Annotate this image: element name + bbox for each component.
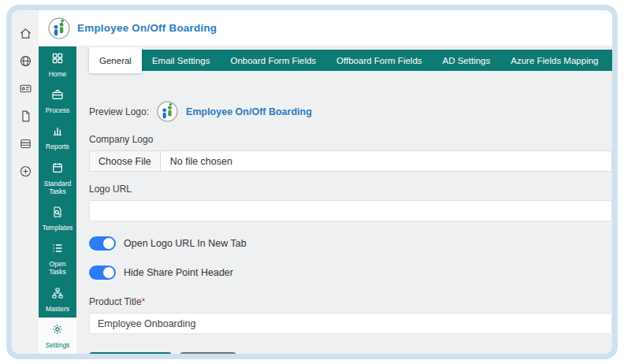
app-logo-icon bbox=[48, 17, 70, 39]
sidebar-item-templates[interactable]: Templates bbox=[39, 200, 76, 236]
settings-tabbar: General Email Settings Onboard Form Fiel… bbox=[89, 50, 612, 71]
logo-url-input[interactable] bbox=[89, 200, 612, 221]
sidebar-item-settings[interactable]: Settings bbox=[39, 318, 76, 354]
sidebar-item-label: Reports bbox=[46, 143, 69, 150]
logo-url-label: Logo URL bbox=[89, 184, 612, 195]
app-title: Employee On/Off Boarding bbox=[77, 22, 217, 34]
preview-logo-title: Employee On/Off Boarding bbox=[186, 106, 312, 117]
toggle-knob bbox=[103, 238, 114, 249]
task-list-icon bbox=[51, 242, 64, 260]
app-header: Employee On/Off Boarding bbox=[39, 10, 612, 46]
tab-offboard-form-fields[interactable]: Offboard Form Fields bbox=[326, 50, 432, 71]
sidebar-item-open-tasks[interactable]: Open Tasks bbox=[39, 236, 76, 280]
sidebar-item-standard-tasks[interactable]: Standard Tasks bbox=[39, 156, 76, 200]
restore-button[interactable]: Restore bbox=[180, 352, 236, 359]
app-frame: Employee On/Off Boarding Home Process Re… bbox=[6, 5, 618, 359]
globe-icon[interactable] bbox=[12, 47, 39, 75]
sidebar-item-label: Masters bbox=[46, 305, 69, 313]
company-logo-file-input[interactable]: Choose File No file chosen bbox=[89, 150, 612, 172]
product-title-label: Product Title* bbox=[89, 296, 612, 307]
product-title-input[interactable] bbox=[89, 313, 612, 334]
sidebar-item-label: Open Tasks bbox=[40, 260, 75, 276]
sidebar-item-label: Process bbox=[46, 106, 70, 114]
toggle-knob bbox=[103, 267, 114, 278]
preview-logo-label: Preview Logo: bbox=[89, 106, 149, 117]
main-column: Employee On/Off Boarding Home Process Re… bbox=[39, 10, 612, 354]
settings-content: General Email Settings Onboard Form Fiel… bbox=[76, 46, 612, 354]
sidebar-item-label: Settings bbox=[46, 341, 70, 349]
file-status-text: No file chosen bbox=[161, 151, 242, 171]
general-settings-form: Preview Logo: Employee On/Off Boarding C… bbox=[89, 71, 612, 359]
sidebar-item-label: Templates bbox=[43, 224, 73, 232]
sidebar-item-home[interactable]: Home bbox=[39, 46, 76, 83]
briefcase-icon bbox=[51, 88, 64, 106]
sidebar-item-masters[interactable]: Masters bbox=[39, 281, 76, 318]
preview-logo-icon bbox=[157, 101, 178, 122]
choose-file-button[interactable]: Choose File bbox=[90, 151, 161, 171]
sidebar-item-label: Standard Tasks bbox=[40, 180, 75, 195]
required-asterisk: * bbox=[142, 296, 146, 307]
tab-general[interactable]: General bbox=[89, 47, 142, 73]
app-body: Home Process Reports Standard Tasks Temp… bbox=[39, 46, 612, 354]
tab-user-roles[interactable]: User Roles bbox=[609, 50, 618, 71]
sidebar-item-reports[interactable]: Reports bbox=[39, 119, 76, 155]
server-list-icon[interactable] bbox=[12, 130, 39, 158]
home-icon[interactable] bbox=[12, 20, 39, 47]
add-circle-icon[interactable] bbox=[12, 158, 39, 185]
sidebar-item-process[interactable]: Process bbox=[39, 83, 76, 119]
sidebar-nav: Home Process Reports Standard Tasks Temp… bbox=[39, 46, 76, 354]
open-logo-url-toggle-label: Open Logo URL In New Tab bbox=[124, 238, 247, 249]
calendar-icon bbox=[51, 162, 64, 180]
company-logo-label: Company Logo bbox=[89, 134, 612, 145]
gear-icon bbox=[51, 323, 64, 341]
tab-email-settings[interactable]: Email Settings bbox=[142, 50, 221, 71]
form-actions: Save & Apply Restore bbox=[89, 352, 612, 359]
tab-azure-fields-mapping[interactable]: Azure Fields Mapping bbox=[500, 50, 608, 71]
bar-chart-icon bbox=[51, 124, 64, 143]
preview-logo-row: Preview Logo: Employee On/Off Boarding bbox=[89, 101, 612, 122]
toggle-row-open-logo-url: Open Logo URL In New Tab bbox=[89, 236, 612, 251]
id-card-icon[interactable] bbox=[12, 75, 39, 102]
tab-onboard-form-fields[interactable]: Onboard Form Fields bbox=[220, 50, 326, 71]
left-icon-rail bbox=[12, 10, 39, 354]
org-chart-icon bbox=[51, 287, 64, 305]
dashboard-grid-icon bbox=[51, 52, 64, 70]
toggle-row-hide-sharepoint-header: Hide Share Point Header bbox=[89, 266, 612, 280]
tab-ad-settings[interactable]: AD Settings bbox=[433, 50, 501, 71]
open-logo-url-toggle[interactable] bbox=[89, 236, 116, 251]
sidebar-item-label: Home bbox=[49, 70, 67, 78]
hide-sharepoint-header-toggle-label: Hide Share Point Header bbox=[124, 267, 233, 278]
hide-sharepoint-header-toggle[interactable] bbox=[89, 266, 116, 280]
document-icon[interactable] bbox=[12, 102, 39, 130]
save-apply-button[interactable]: Save & Apply bbox=[89, 352, 172, 359]
document-search-icon bbox=[51, 206, 64, 224]
product-title-label-text: Product Title bbox=[89, 296, 142, 307]
